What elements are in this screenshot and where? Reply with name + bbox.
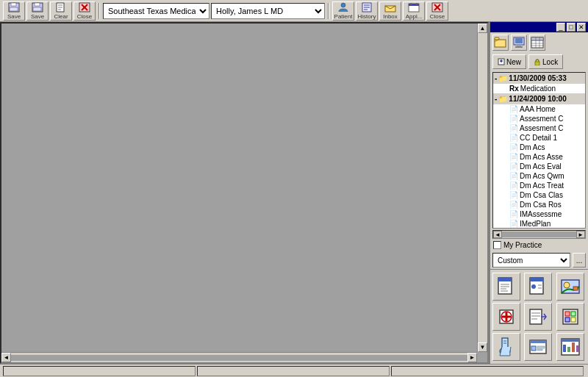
doc-icon-7: 📄 bbox=[509, 172, 518, 180]
custom-row: Custom ... bbox=[490, 251, 588, 269]
tree-hscroll-right[interactable]: ► bbox=[576, 231, 585, 238]
bottom-icon-1[interactable] bbox=[492, 273, 520, 301]
close-button[interactable]: Close bbox=[74, 1, 96, 21]
table-icon-btn[interactable] bbox=[529, 35, 545, 51]
status-bar bbox=[0, 364, 588, 377]
association-dropdown[interactable]: Southeast Texas Medical Associ... bbox=[103, 3, 209, 19]
vscroll-down[interactable]: ▼ bbox=[478, 342, 487, 352]
tree-date-1[interactable]: - 📁 11/30/2009 05:33 bbox=[493, 73, 585, 84]
svg-rect-2 bbox=[10, 7, 18, 11]
tree-view[interactable]: - 📁 11/30/2009 05:33 Rx Medication - 📁 1… bbox=[492, 72, 586, 229]
folder-open-icon-btn[interactable] bbox=[492, 35, 509, 51]
svg-rect-82 bbox=[567, 347, 570, 352]
bottom-icon-9[interactable] bbox=[556, 333, 584, 361]
right-top-icons bbox=[490, 32, 588, 53]
work-area-vscroll[interactable]: ▲ ▼ bbox=[477, 24, 487, 352]
computer-icon-btn[interactable] bbox=[511, 35, 527, 51]
history-icon bbox=[361, 2, 373, 12]
custom-dropdown[interactable]: Custom bbox=[492, 253, 570, 268]
clear-button[interactable]: Clear bbox=[50, 1, 72, 21]
tree-item-2-label: Assesment C bbox=[520, 124, 563, 132]
bottom-icon-8[interactable] bbox=[524, 333, 552, 361]
tree-hscroll-track bbox=[502, 231, 576, 237]
tree-item-11[interactable]: 📄 IMAssessme bbox=[493, 209, 585, 219]
tree-item-4[interactable]: 📄 Dm Acs bbox=[493, 143, 585, 152]
hscroll-track bbox=[11, 355, 467, 361]
new-button[interactable]: New bbox=[492, 54, 526, 69]
tree-hscroll-left[interactable]: ◄ bbox=[493, 231, 502, 238]
svg-rect-1 bbox=[11, 3, 16, 6]
bottom-icon-7[interactable] bbox=[492, 333, 520, 361]
tree-item-1[interactable]: 📄 Assesment C bbox=[493, 114, 585, 123]
vscroll-up[interactable]: ▲ bbox=[478, 24, 487, 33]
svg-rect-68 bbox=[565, 317, 570, 322]
save-button[interactable]: Save bbox=[3, 1, 25, 21]
close2-button[interactable]: Close bbox=[426, 1, 448, 21]
doc-icon-0: 📄 bbox=[509, 105, 518, 113]
main-area: ▲ ▼ ◄ ► _ □ ✕ bbox=[0, 22, 588, 364]
tree-item-7-label: Dm Acs Qwm bbox=[520, 172, 564, 180]
doc-icon-12: 📄 bbox=[509, 220, 518, 228]
svg-rect-67 bbox=[571, 312, 576, 316]
svg-rect-4 bbox=[35, 3, 40, 6]
tree-item-5[interactable]: 📄 Dm Acs Asse bbox=[493, 152, 585, 162]
close2-label: Close bbox=[430, 13, 445, 20]
tree-item-0[interactable]: 📄 AAA Home bbox=[493, 104, 585, 114]
svg-rect-30 bbox=[517, 45, 521, 46]
tree-date-2[interactable]: - 📁 11/24/2009 10:00 bbox=[493, 93, 585, 104]
close-label: Close bbox=[77, 13, 92, 20]
titlebar-close[interactable]: ✕ bbox=[577, 23, 586, 32]
doc-icon-10: 📄 bbox=[509, 201, 518, 209]
tree-item-5-label: Dm Acs Asse bbox=[520, 153, 563, 161]
provider-dropdown[interactable]: Holly, James L MD bbox=[211, 3, 325, 19]
svg-rect-29 bbox=[515, 38, 523, 43]
tree-item-3[interactable]: 📄 CC Detail 1 bbox=[493, 133, 585, 143]
save2-icon bbox=[32, 2, 43, 12]
tree-item-9[interactable]: 📄 Dm Csa Clas bbox=[493, 190, 585, 200]
ellipsis-button[interactable]: ... bbox=[573, 253, 586, 268]
save-icon bbox=[8, 2, 20, 12]
bottom-icon-4[interactable] bbox=[492, 303, 520, 331]
tree-item-12[interactable]: 📄 IMedPlan bbox=[493, 219, 585, 229]
bottom-icon-5[interactable] bbox=[524, 303, 552, 331]
bottom-icon-6[interactable] bbox=[556, 303, 584, 331]
tree-item-8[interactable]: 📄 Dm Acs Treat bbox=[493, 181, 585, 190]
svg-rect-84 bbox=[576, 345, 578, 352]
bottom-icon-2[interactable] bbox=[524, 273, 552, 301]
svg-point-55 bbox=[564, 282, 570, 288]
bottom-icons bbox=[490, 269, 588, 364]
status-segment-1 bbox=[3, 366, 196, 376]
tree-item-7[interactable]: 📄 Dm Acs Qwm bbox=[493, 171, 585, 181]
lock-button[interactable]: Lock bbox=[528, 54, 563, 69]
new-icon bbox=[498, 58, 505, 65]
save2-button[interactable]: Save bbox=[26, 1, 49, 21]
clear-label: Clear bbox=[54, 13, 68, 20]
doc-icon-5: 📄 bbox=[509, 153, 518, 161]
my-practice-label: My Practice bbox=[503, 241, 542, 249]
tree-item-6-label: Dm Acs Eval bbox=[520, 162, 562, 170]
patient-button[interactable]: Patient bbox=[332, 1, 354, 21]
svg-rect-44 bbox=[498, 278, 512, 281]
tree-hscroll[interactable]: ◄ ► bbox=[492, 230, 586, 239]
tree-item-1-label: Assesment C bbox=[520, 115, 563, 123]
hscroll-right[interactable]: ► bbox=[467, 353, 477, 362]
close2-icon bbox=[431, 2, 443, 12]
inbox-button[interactable]: Inbox bbox=[379, 1, 401, 21]
tree-item-medication[interactable]: Rx Medication bbox=[493, 84, 585, 93]
svg-rect-76 bbox=[531, 346, 536, 351]
titlebar-minimize[interactable]: _ bbox=[556, 23, 565, 32]
tree-item-6[interactable]: 📄 Dm Acs Eval bbox=[493, 162, 585, 171]
svg-point-51 bbox=[531, 284, 536, 289]
my-practice-checkbox[interactable] bbox=[493, 241, 501, 249]
clear-icon bbox=[55, 2, 67, 12]
history-button[interactable]: History bbox=[356, 1, 378, 21]
appt-button[interactable]: Appl... bbox=[403, 1, 425, 21]
work-area-hscroll[interactable]: ◄ ► bbox=[1, 352, 477, 362]
hscroll-left[interactable]: ◄ bbox=[1, 353, 11, 362]
bottom-icon-3[interactable] bbox=[556, 273, 584, 301]
titlebar-maximize[interactable]: □ bbox=[567, 23, 576, 32]
tree-item-2[interactable]: 📄 Assesment C bbox=[493, 123, 585, 133]
practice-row: My Practice bbox=[490, 239, 588, 251]
svg-rect-83 bbox=[572, 342, 575, 352]
tree-item-10[interactable]: 📄 Dm Csa Ros bbox=[493, 200, 585, 209]
